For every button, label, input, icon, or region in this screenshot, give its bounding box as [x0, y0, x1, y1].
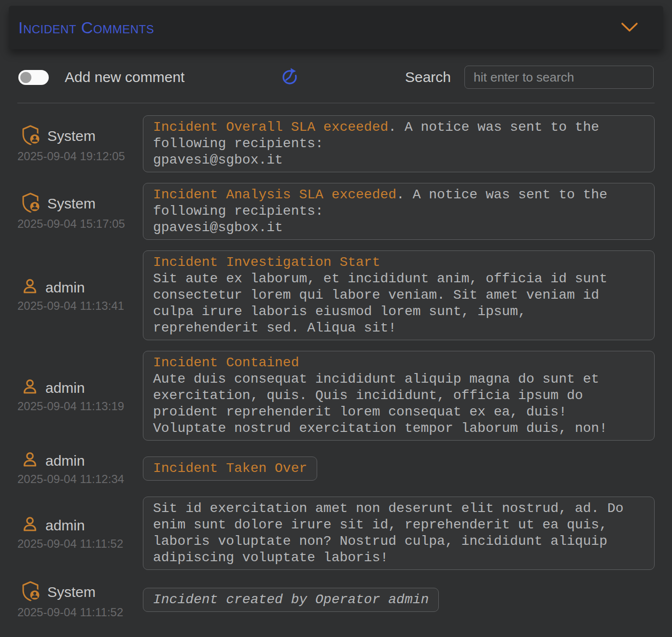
- comment-bubble: Incident Overall SLA exceeded. A notice …: [143, 115, 655, 172]
- comment-list: System 2025-09-04 19:12:05 Incident Over…: [0, 103, 672, 619]
- person-icon: [21, 516, 39, 535]
- comment-timestamp: 2025-09-04 11:11:52: [17, 606, 143, 619]
- comment-row: admin 2025-09-04 11:12:34 Incident Taken…: [17, 451, 655, 486]
- comment-author-block: admin 2025-09-04 11:11:52: [17, 516, 143, 551]
- person-icon: [21, 378, 39, 398]
- shield-user-icon: [21, 125, 41, 148]
- comment-bubble: Incident created by Operator admin: [143, 588, 439, 612]
- search-label: Search: [405, 69, 451, 85]
- author-name: System: [47, 195, 96, 212]
- comment-author-block: System 2025-09-04 19:12:05: [17, 125, 143, 163]
- comment-timestamp: 2025-09-04 11:13:41: [17, 299, 143, 313]
- history-refresh-icon[interactable]: [279, 67, 300, 88]
- comment-row: System 2025-09-04 15:17:05 Incident Anal…: [17, 183, 655, 240]
- comment-timestamp: 2025-09-04 11:12:34: [17, 472, 143, 486]
- author-name: admin: [45, 380, 85, 396]
- author-name: admin: [45, 453, 85, 469]
- add-comment-toggle[interactable]: [18, 70, 49, 85]
- comments-toolbar: Add new comment Search: [0, 64, 672, 91]
- person-icon: [21, 278, 39, 297]
- comment-bubble: Sit id exercitation amet non deserunt el…: [143, 497, 655, 570]
- comment-body: Sit id exercitation amet non deserunt el…: [153, 501, 624, 565]
- comment-title: Incident Investigation Start: [153, 254, 644, 271]
- comment-row: admin 2025-09-04 11:13:41 Incident Inves…: [17, 250, 655, 340]
- comment-row: System 2025-09-04 11:11:52 Incident crea…: [17, 581, 655, 619]
- shield-user-icon: [21, 581, 41, 604]
- author-name: admin: [45, 517, 85, 534]
- comment-row: System 2025-09-04 19:12:05 Incident Over…: [17, 115, 655, 172]
- search-group: Search: [405, 66, 654, 89]
- comment-bubble: Incident Taken Over: [143, 457, 317, 481]
- comment-author-block: admin 2025-09-04 11:12:34: [17, 451, 143, 486]
- comment-author-block: admin 2025-09-04 11:13:41: [17, 278, 143, 313]
- comment-row: admin 2025-09-04 11:11:52 Sit id exercit…: [17, 497, 655, 570]
- comment-title: Incident Contained: [153, 355, 644, 371]
- author-name: System: [47, 584, 96, 600]
- add-comment-label: Add new comment: [65, 69, 184, 85]
- comment-body: Sit aute ex laborum, et incididunt anim,…: [153, 271, 607, 335]
- author-name: admin: [45, 279, 85, 296]
- shield-user-icon: [21, 192, 41, 215]
- comment-author-block: admin 2025-09-04 11:13:19: [17, 378, 143, 413]
- incident-comments-header[interactable]: Incident Comments: [9, 6, 663, 49]
- comment-body: Incident created by Operator admin: [153, 592, 429, 607]
- comment-title: Incident Taken Over: [153, 461, 307, 476]
- comment-timestamp: 2025-09-04 19:12:05: [17, 150, 143, 163]
- author-name: System: [47, 128, 96, 144]
- chevron-down-icon[interactable]: [621, 22, 638, 33]
- comment-row: admin 2025-09-04 11:13:19 Incident Conta…: [17, 351, 655, 441]
- comment-bubble: Incident Analysis SLA exceeded. A notice…: [143, 183, 655, 240]
- comment-title: Incident Analysis SLA exceeded: [153, 187, 396, 202]
- comment-title: Incident Overall SLA exceeded: [153, 120, 388, 135]
- comment-timestamp: 2025-09-04 11:13:19: [17, 400, 143, 413]
- comment-author-block: System 2025-09-04 15:17:05: [17, 192, 143, 231]
- comment-timestamp: 2025-09-04 11:11:52: [17, 537, 143, 551]
- panel-title: Incident Comments: [18, 18, 154, 37]
- toggle-knob: [20, 72, 31, 83]
- comment-timestamp: 2025-09-04 15:17:05: [17, 217, 143, 231]
- comment-bubble: Incident Investigation StartSit aute ex …: [143, 250, 655, 340]
- comment-body: Aute duis consequat incididunt aliquip m…: [153, 372, 607, 436]
- person-icon: [21, 451, 39, 471]
- comment-bubble: Incident ContainedAute duis consequat in…: [143, 351, 655, 441]
- search-input[interactable]: [464, 66, 654, 89]
- comment-author-block: System 2025-09-04 11:11:52: [17, 581, 143, 619]
